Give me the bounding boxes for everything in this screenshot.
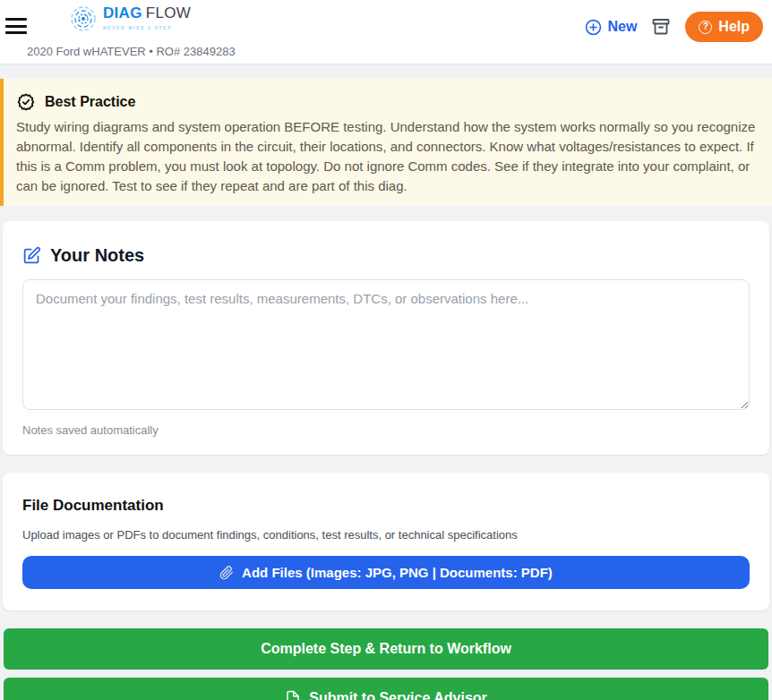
badge-check-icon	[16, 92, 36, 112]
archive-button[interactable]	[650, 16, 672, 38]
notes-section: Your Notes Notes saved automatically	[3, 221, 769, 455]
question-circle-icon: ?	[699, 21, 712, 34]
archive-box-icon	[650, 16, 672, 38]
app-logo[interactable]: DIAGFLOW NEVER MISS A STEP	[70, 4, 191, 32]
add-files-button[interactable]: Add Files (Images: JPG, PNG | Documents:…	[22, 556, 750, 589]
file-documentation-subtitle: Upload images or PDFs to document findin…	[22, 528, 750, 542]
notes-autosave-status: Notes saved automatically	[22, 423, 750, 437]
add-files-button-label: Add Files (Images: JPG, PNG | Documents:…	[242, 565, 553, 580]
help-button[interactable]: ? Help	[685, 12, 763, 42]
brand-tagline: NEVER MISS A STEP	[103, 25, 191, 30]
submit-button-label: Submit to Service Advisor	[309, 690, 487, 700]
new-button[interactable]: New	[585, 19, 637, 36]
help-button-label: Help	[718, 19, 750, 35]
submit-to-service-advisor-button[interactable]: Submit to Service Advisor	[4, 678, 768, 700]
file-document-icon	[285, 690, 301, 700]
best-practice-body: Study wiring diagrams and system operati…	[16, 117, 759, 196]
complete-step-button[interactable]: Complete Step & Return to Workflow	[4, 628, 768, 670]
radar-logo-icon	[70, 5, 97, 32]
best-practice-title: Best Practice	[45, 94, 135, 110]
page: DIAGFLOW NEVER MISS A STEP 2020 Ford wHA…	[0, 0, 772, 700]
paperclip-icon	[219, 566, 234, 580]
best-practice-header: Best Practice	[16, 92, 759, 112]
file-documentation-section: File Documentation Upload images or PDFs…	[3, 473, 769, 610]
brand-primary: DIAG	[103, 4, 142, 21]
brand-name: DIAGFLOW	[103, 4, 191, 22]
notes-title: Your Notes	[50, 245, 144, 266]
notes-input[interactable]	[22, 279, 750, 410]
new-button-label: New	[607, 19, 637, 35]
header-actions: New ? Help	[585, 11, 763, 43]
plus-circle-icon	[585, 19, 602, 36]
complete-step-button-label: Complete Step & Return to Workflow	[261, 641, 511, 657]
brand-secondary: FLOW	[146, 4, 191, 21]
best-practice-alert: Best Practice Study wiring diagrams and …	[0, 79, 772, 206]
notes-header: Your Notes	[22, 245, 750, 266]
vehicle-info-breadcrumb: 2020 Ford wHATEVER • RO# 23849283	[27, 45, 236, 58]
file-documentation-title: File Documentation	[22, 497, 750, 515]
app-header: DIAGFLOW NEVER MISS A STEP 2020 Ford wHA…	[0, 0, 772, 64]
menu-icon[interactable]	[5, 18, 27, 34]
edit-pencil-icon	[22, 246, 41, 265]
